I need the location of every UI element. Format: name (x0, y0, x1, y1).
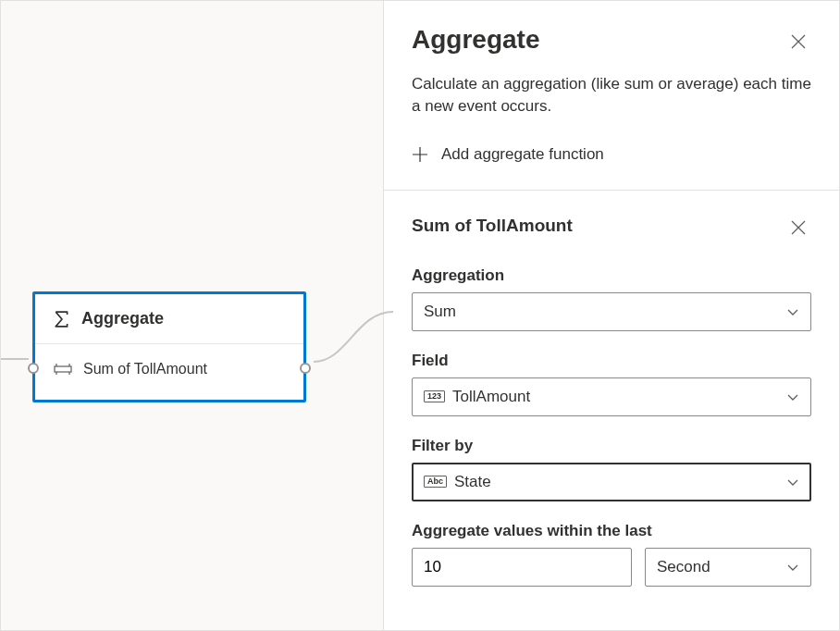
time-window-unit-select[interactable]: Second (645, 548, 811, 587)
node-function-row[interactable]: Sum of TollAmount (35, 344, 303, 400)
filter-by-select[interactable]: Abc State (412, 463, 811, 501)
node-function-label: Sum of TollAmount (83, 361, 207, 377)
chevron-down-icon (786, 390, 799, 403)
node-title: Aggregate (81, 309, 164, 328)
aggregation-select[interactable]: Sum (412, 292, 811, 331)
function-icon (54, 363, 72, 376)
edge-left (0, 358, 29, 360)
sigma-icon (54, 311, 70, 328)
panel-description: Calculate an aggregation (like sum or av… (412, 73, 811, 118)
svg-rect-0 (55, 366, 71, 372)
field-select[interactable]: 123 TollAmount (412, 377, 811, 416)
text-type-badge: Abc (424, 476, 447, 488)
close-panel-button[interactable] (785, 29, 811, 55)
time-window-unit-value: Second (657, 558, 710, 576)
chevron-down-icon (786, 476, 799, 489)
node-output-port[interactable] (300, 363, 311, 374)
field-label: Field (412, 352, 811, 370)
filter-by-value: State (454, 473, 491, 491)
aggregate-node[interactable]: Aggregate Sum of TollAmount (32, 291, 306, 402)
time-window-value-input[interactable] (412, 548, 632, 587)
numeric-type-badge: 123 (424, 390, 445, 402)
field-value: TollAmount (452, 388, 530, 406)
close-icon (791, 220, 806, 235)
node-input-port[interactable] (28, 363, 39, 374)
canvas-area[interactable]: Aggregate Sum of TollAmount (1, 1, 384, 630)
edge-right (310, 297, 393, 380)
function-section-title: Sum of TollAmount (412, 216, 573, 236)
panel-title: Aggregate (412, 25, 539, 55)
chevron-down-icon (786, 305, 799, 318)
add-function-label: Add aggregate function (441, 145, 604, 164)
time-window-label: Aggregate values within the last (412, 522, 811, 540)
chevron-down-icon (786, 561, 799, 574)
node-header: Aggregate (35, 294, 303, 344)
aggregation-label: Aggregation (412, 266, 811, 285)
plus-icon (412, 146, 428, 163)
filter-by-label: Filter by (412, 437, 811, 455)
add-aggregate-function-button[interactable]: Add aggregate function (412, 142, 604, 167)
remove-function-button[interactable] (785, 215, 811, 241)
aggregation-value: Sum (424, 303, 456, 321)
close-icon (791, 34, 806, 49)
properties-panel: Aggregate Calculate an aggregation (like… (384, 1, 839, 630)
